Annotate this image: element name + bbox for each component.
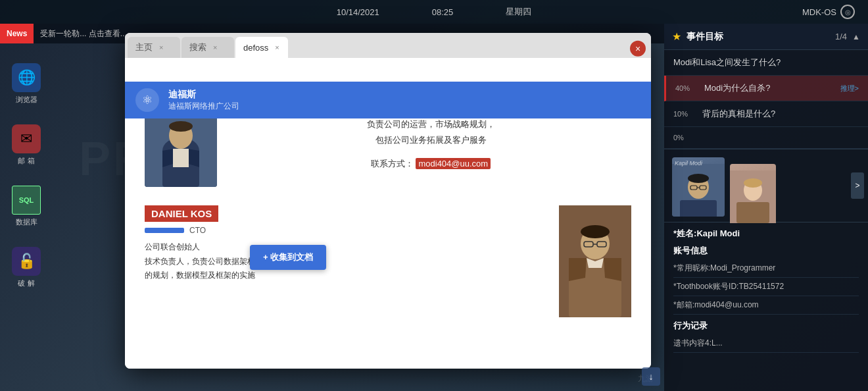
browser-window: 主页 × 搜索 × defoss × × ⚛ 迪福斯 迪福斯网络推广公司 bbox=[125, 33, 651, 369]
tab-home-label: 主页 bbox=[135, 41, 153, 53]
daniel-section: DANIEL KOS CTO 公司联合创始人 技术负责人，负责公司数据架构 的规… bbox=[145, 205, 631, 317]
profile-images: Kapil Modi bbox=[664, 149, 868, 222]
objective-percent-3: 10% bbox=[673, 110, 697, 118]
daniel-photo bbox=[559, 205, 631, 317]
daniel-name: DANIEL KOS bbox=[145, 205, 218, 222]
daniel-title-bar: CTO bbox=[145, 226, 546, 235]
autocomplete-icon: ⚛ bbox=[135, 88, 159, 112]
status-day: 星期四 bbox=[506, 6, 531, 18]
svg-rect-8 bbox=[173, 149, 189, 167]
svg-point-28 bbox=[744, 178, 762, 188]
autocomplete-title: 迪福斯 bbox=[168, 89, 239, 101]
objective-action-2[interactable]: 推理> bbox=[840, 84, 859, 93]
daniel-info: DANIEL KOS CTO 公司联合创始人 技术负责人，负责公司数据架构 的规… bbox=[145, 205, 546, 317]
dock-item-database[interactable]: SQL 数据库 bbox=[12, 186, 41, 227]
desktop: PRIORD 10/14/2021 08:25 星期四 MDK-OS ◎ New… bbox=[0, 0, 868, 391]
objective-item-1[interactable]: Modi和Lisa之间发生了什么? bbox=[664, 50, 868, 76]
dock: 🌐 浏览器 ✉ 邮 箱 SQL 数据库 🔓 破 解 bbox=[0, 43, 53, 391]
tab-home[interactable]: 主页 × bbox=[128, 37, 180, 58]
dock-item-browser[interactable]: 🌐 浏览器 bbox=[12, 63, 41, 105]
objective-item-4[interactable]: 0% bbox=[664, 127, 868, 149]
daniel-desc2: 的规划，数据模型及框架的实施 bbox=[145, 269, 546, 283]
os-name: MDK-OS bbox=[802, 7, 836, 17]
hack-icon: 🔓 bbox=[12, 247, 41, 276]
tab-search[interactable]: 搜索 × bbox=[181, 37, 234, 58]
objective-row-2: 40% Modi为什么自杀? 推理> bbox=[675, 82, 859, 94]
tab-search-label: 搜索 bbox=[189, 41, 206, 53]
browser-icon: 🌐 bbox=[12, 63, 41, 92]
objective-row-3: 10% 背后的真相是什么? bbox=[673, 108, 859, 120]
objective-item-2[interactable]: 40% Modi为什么自杀? 推理> bbox=[664, 76, 868, 101]
profile-name: *姓名:Kapil Modi bbox=[673, 228, 859, 240]
event-title: 事件目标 bbox=[687, 31, 830, 43]
detail-email: *邮箱:modi404@uu.com bbox=[673, 296, 859, 315]
svg-marker-18 bbox=[604, 258, 621, 281]
profile-card-modi: Kapil Modi bbox=[672, 157, 725, 217]
objective-percent-4: 0% bbox=[673, 134, 697, 142]
mail-icon: ✉ bbox=[12, 124, 41, 153]
daniel-role: 公司联合创始人 bbox=[145, 240, 546, 255]
objective-percent-2: 40% bbox=[675, 84, 699, 92]
autocomplete-text: 迪福斯 迪福斯网络推广公司 bbox=[168, 89, 239, 112]
database-icon: SQL bbox=[12, 186, 41, 215]
detail-nickname: *常用昵称:Modi_Programmer bbox=[673, 259, 859, 278]
detail-toothbook-id: *Toothbook账号ID:TB25411572 bbox=[673, 278, 859, 296]
panel-right-arrow[interactable]: > bbox=[851, 172, 864, 199]
tab-defoss-close[interactable]: × bbox=[275, 43, 279, 51]
behavior-item-1: 遗书内容4:L... bbox=[673, 334, 859, 353]
chevron-up-icon[interactable]: ▲ bbox=[852, 32, 860, 41]
svg-marker-17 bbox=[569, 258, 587, 281]
profile-details: *姓名:Kapil Modi 账号信息 *常用昵称:Modi_Programme… bbox=[664, 222, 868, 358]
os-icon: ◎ bbox=[840, 5, 855, 19]
objective-text-3: 背后的真相是什么? bbox=[702, 108, 859, 120]
objective-item-3[interactable]: 10% 背后的真相是什么? bbox=[664, 101, 868, 127]
hack-label: 破 解 bbox=[18, 278, 34, 288]
right-panel: ★ 事件目标 1/4 ▲ Modi和Lisa之间发生了什么? 40% Modi为… bbox=[664, 24, 868, 391]
os-label: MDK-OS ◎ bbox=[802, 5, 855, 19]
svg-point-12 bbox=[581, 225, 610, 238]
collect-button[interactable]: + 收集到文档 bbox=[250, 245, 326, 270]
tab-search-close[interactable]: × bbox=[213, 43, 217, 51]
objective-row-4: 0% bbox=[673, 134, 859, 142]
behavior-section-title: 行为记录 bbox=[673, 320, 859, 332]
autocomplete-dropdown[interactable]: ⚛ 迪福斯 迪福斯网络推广公司 bbox=[125, 82, 651, 118]
tab-defoss[interactable]: defoss × bbox=[235, 37, 288, 58]
dock-item-mail[interactable]: ✉ 邮 箱 bbox=[12, 124, 41, 166]
event-header: ★ 事件目标 1/4 ▲ bbox=[664, 24, 868, 50]
contact-label: 联系方式： bbox=[371, 159, 414, 169]
svg-rect-25 bbox=[680, 200, 717, 217]
objective-text-2: Modi为什么自杀? bbox=[704, 82, 835, 94]
tab-home-close[interactable]: × bbox=[159, 43, 163, 51]
profile-card-other bbox=[730, 164, 776, 217]
status-bar: 10/14/2021 08:25 星期四 MDK-OS ◎ bbox=[0, 0, 868, 24]
browser-close-button[interactable]: × bbox=[630, 41, 646, 57]
news-badge: News bbox=[0, 24, 34, 43]
objective-list: Modi和Lisa之间发生了什么? 40% Modi为什么自杀? 推理> 10%… bbox=[664, 50, 868, 149]
account-section-title: 账号信息 bbox=[673, 245, 859, 257]
status-time: 08:25 bbox=[432, 7, 454, 17]
dock-item-hack[interactable]: 🔓 破 解 bbox=[12, 247, 41, 288]
contact-row: 联系方式： modi404@uu.com bbox=[230, 158, 631, 170]
title-blue-bar bbox=[145, 228, 184, 233]
objective-text-1: Modi和Lisa之间发生了什么? bbox=[673, 57, 859, 68]
browser-content: 公司联合创知人 负责公司的运营，市场战略规划， 包括公司业务拓展及客户服务 联系… bbox=[125, 88, 651, 369]
database-label: 数据库 bbox=[16, 217, 37, 227]
person-desc2: 包括公司业务拓展及客户服务 bbox=[230, 132, 631, 147]
tab-defoss-label: defoss bbox=[243, 43, 268, 53]
profile-card-label: Kapil Modi bbox=[675, 160, 702, 167]
mail-label: 邮 箱 bbox=[18, 156, 34, 166]
tab-bar: 主页 × 搜索 × defoss × × bbox=[125, 33, 651, 58]
svg-point-4 bbox=[169, 121, 193, 132]
daniel-desc1: 技术负责人，负责公司数据架构 bbox=[145, 255, 546, 269]
news-content: 受新一轮勒... 点击查看... bbox=[34, 28, 126, 39]
svg-rect-29 bbox=[736, 202, 769, 223]
event-count: 1/4 bbox=[835, 32, 847, 41]
person-desc1: 负责公司的运营，市场战略规划， bbox=[230, 117, 631, 132]
svg-point-21 bbox=[688, 174, 709, 183]
daniel-title-label: CTO bbox=[189, 226, 206, 235]
status-date: 10/14/2021 bbox=[337, 7, 379, 17]
scroll-hint: ↓ bbox=[642, 367, 660, 386]
email-highlight: modi404@uu.com bbox=[416, 158, 491, 169]
autocomplete-subtitle: 迪福斯网络推广公司 bbox=[168, 101, 239, 112]
star-icon: ★ bbox=[672, 30, 681, 43]
